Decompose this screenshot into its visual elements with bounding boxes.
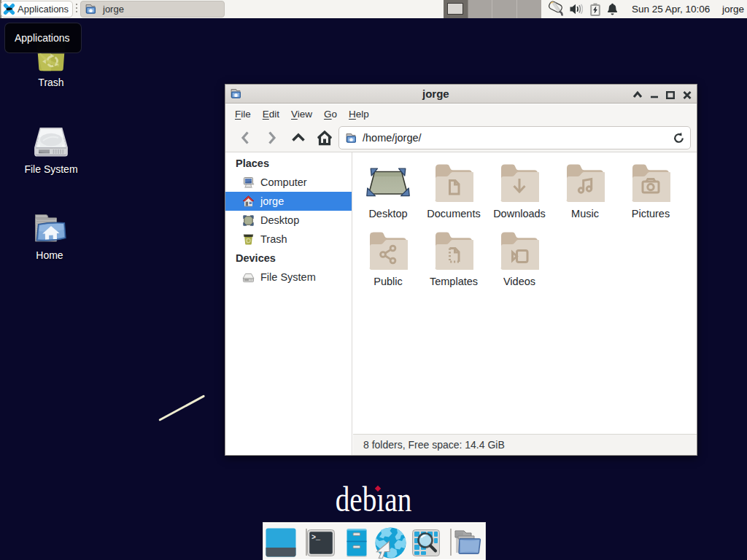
svg-text:>_: >_ [311,534,321,542]
